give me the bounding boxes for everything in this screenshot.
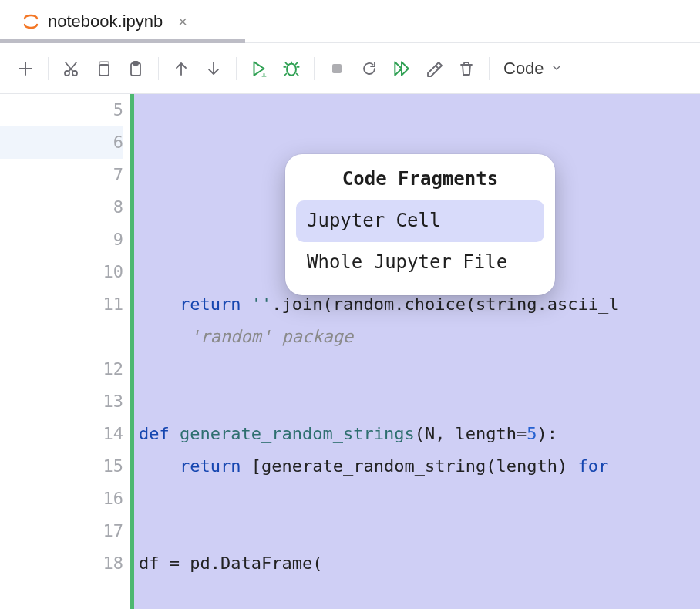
run-cell-button[interactable]: [243, 52, 275, 85]
left-gutter: [0, 94, 74, 609]
svg-point-5: [287, 63, 296, 75]
move-cell-down-button[interactable]: [197, 52, 230, 85]
line-number: 18: [74, 547, 123, 580]
clear-outputs-button[interactable]: [418, 52, 450, 85]
code-line[interactable]: def generate_random_strings(N, length=5)…: [134, 418, 700, 450]
close-icon[interactable]: ×: [178, 14, 187, 29]
separator: [236, 57, 237, 80]
chevron-down-icon: [550, 59, 563, 79]
code-line[interactable]: 'random' package: [134, 321, 700, 353]
debug-cell-button[interactable]: [275, 52, 308, 85]
current-line-highlight-gutter: [0, 126, 74, 159]
notebook-toolbar: Code: [0, 43, 700, 94]
line-number: 17: [74, 515, 123, 547]
line-number: 9: [74, 224, 123, 256]
line-number: [74, 321, 123, 353]
separator: [489, 57, 490, 80]
code-editor[interactable]: ring(length): return ''.join(random.choi…: [134, 94, 700, 609]
code-line[interactable]: [134, 353, 700, 385]
line-number: 11: [74, 288, 123, 321]
tab-bar: notebook.ipynb ×: [0, 0, 700, 43]
line-number: 8: [74, 191, 123, 224]
popup-title: Code Fragments: [296, 168, 544, 190]
line-number: 5: [74, 94, 123, 126]
svg-rect-6: [332, 64, 342, 73]
line-number: 12: [74, 353, 123, 385]
add-cell-button[interactable]: [9, 52, 42, 85]
code-line[interactable]: [134, 483, 700, 515]
separator: [48, 57, 49, 80]
separator: [314, 57, 315, 80]
run-all-button[interactable]: [385, 52, 418, 85]
code-line[interactable]: [134, 94, 700, 126]
copy-button[interactable]: [87, 52, 119, 85]
tab-title: notebook.ipynb: [48, 12, 163, 32]
line-number: 15: [74, 450, 123, 483]
interrupt-button[interactable]: [321, 52, 353, 85]
code-line[interactable]: [134, 385, 700, 418]
line-number: 13: [74, 385, 123, 418]
line-number-gutter: 56789101112131415161718: [74, 94, 134, 609]
separator: [158, 57, 159, 80]
paste-button[interactable]: [119, 52, 152, 85]
code-fragments-popup: Code Fragments Jupyter CellWhole Jupyter…: [285, 154, 555, 295]
jupyter-icon: [22, 12, 40, 31]
delete-cell-button[interactable]: [450, 52, 483, 85]
line-number: 14: [74, 418, 123, 450]
line-number: 10: [74, 256, 123, 288]
tab-active-indicator: [0, 39, 245, 43]
line-number: 6: [74, 126, 123, 159]
svg-rect-2: [99, 65, 109, 76]
cell-type-label: Code: [503, 59, 544, 79]
restart-button[interactable]: [353, 52, 385, 85]
move-cell-up-button[interactable]: [165, 52, 197, 85]
cut-button[interactable]: [55, 52, 87, 85]
line-number: 16: [74, 483, 123, 515]
code-line[interactable]: [134, 515, 700, 547]
popup-item[interactable]: Whole Jupyter File: [296, 242, 544, 284]
file-tab[interactable]: notebook.ipynb ×: [12, 12, 197, 32]
cell-type-selector[interactable]: Code: [496, 59, 570, 79]
code-line[interactable]: return [generate_random_string(length) f…: [134, 450, 700, 483]
code-line[interactable]: df = pd.DataFrame(: [134, 547, 700, 580]
editor-area: 56789101112131415161718 ring(length): re…: [0, 94, 700, 609]
popup-item[interactable]: Jupyter Cell: [296, 200, 544, 242]
line-number: 7: [74, 159, 123, 191]
